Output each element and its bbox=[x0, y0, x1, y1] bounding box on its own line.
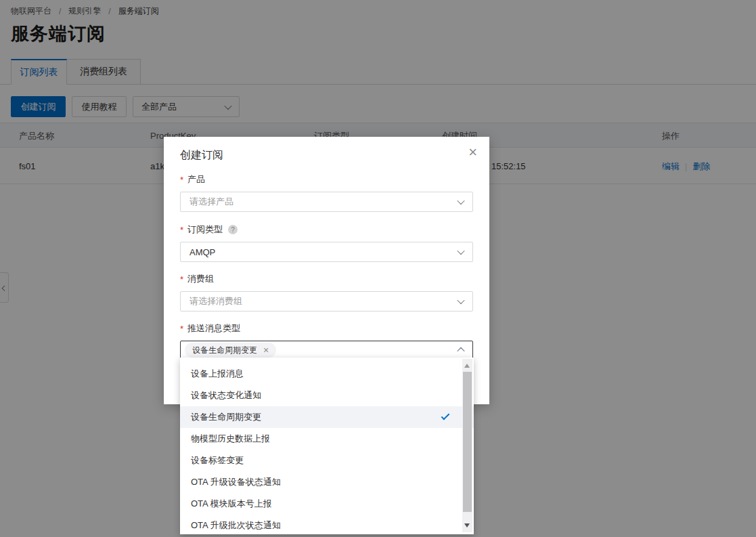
option-ota-upgrade-device-status[interactable]: OTA 升级设备状态通知 bbox=[180, 471, 474, 493]
product-select[interactable]: 请选择产品 bbox=[180, 192, 473, 212]
consumer-group-select[interactable]: 请选择消费组 bbox=[180, 291, 473, 312]
required-mark: * bbox=[180, 225, 183, 235]
subscription-type-label: * 订阅类型 ? bbox=[180, 223, 473, 236]
consumer-group-label: * 消费组 bbox=[180, 273, 473, 285]
subscription-type-field: * 订阅类型 ? AMQP bbox=[180, 223, 473, 262]
scroll-up-icon[interactable] bbox=[464, 364, 470, 368]
option-device-tag-change[interactable]: 设备标签变更 bbox=[180, 450, 474, 471]
selected-tag: 设备生命周期变更 × bbox=[185, 343, 276, 358]
required-mark: * bbox=[180, 175, 183, 185]
product-select-placeholder: 请选择产品 bbox=[190, 196, 234, 208]
option-device-lifecycle-change[interactable]: 设备生命周期变更 bbox=[180, 406, 474, 428]
chevron-down-icon bbox=[457, 297, 464, 304]
selected-tag-label: 设备生命周期变更 bbox=[192, 345, 257, 356]
product-label: * 产品 bbox=[180, 173, 473, 186]
message-type-multiselect[interactable]: 设备生命周期变更 × bbox=[180, 341, 473, 360]
option-ota-module-version[interactable]: OTA 模块版本号上报 bbox=[180, 493, 474, 515]
subscription-type-value: AMQP bbox=[190, 247, 215, 257]
scroll-down-icon[interactable] bbox=[464, 523, 470, 528]
dialog-title: 创建订阅 bbox=[180, 148, 223, 163]
option-ota-batch-status[interactable]: OTA 升级批次状态通知 bbox=[180, 515, 474, 534]
message-type-dropdown: 设备上报消息 设备状态变化通知 设备生命周期变更 物模型历史数据上报 设备标签变… bbox=[180, 358, 474, 534]
scrollbar-thumb[interactable] bbox=[463, 372, 472, 512]
required-mark: * bbox=[180, 324, 183, 334]
consumer-group-placeholder: 请选择消费组 bbox=[190, 295, 242, 307]
required-mark: * bbox=[180, 274, 183, 284]
check-icon bbox=[441, 412, 450, 421]
iot-console-page: 物联网平台 / 规则引擎 / 服务端订阅 服务端订阅 订阅列表 消费组列表 创建… bbox=[0, 0, 756, 537]
chevron-up-icon bbox=[457, 347, 464, 355]
option-device-status-change[interactable]: 设备状态变化通知 bbox=[180, 385, 474, 406]
help-icon[interactable]: ? bbox=[228, 225, 238, 234]
option-device-upstream-message[interactable]: 设备上报消息 bbox=[180, 363, 474, 385]
consumer-group-field: * 消费组 请选择消费组 bbox=[180, 273, 473, 312]
chevron-down-icon bbox=[457, 247, 464, 255]
chevron-down-icon bbox=[457, 197, 464, 205]
tag-remove-icon[interactable]: × bbox=[263, 345, 269, 355]
option-tsl-history-data[interactable]: 物模型历史数据上报 bbox=[180, 428, 474, 450]
subscription-type-select[interactable]: AMQP bbox=[180, 242, 473, 262]
message-type-label: * 推送消息类型 bbox=[180, 322, 473, 335]
message-type-field: * 推送消息类型 设备生命周期变更 × bbox=[180, 322, 473, 360]
product-field: * 产品 请选择产品 bbox=[180, 173, 473, 212]
close-icon[interactable]: × bbox=[468, 145, 477, 160]
dropdown-scrollbar[interactable] bbox=[462, 359, 472, 532]
